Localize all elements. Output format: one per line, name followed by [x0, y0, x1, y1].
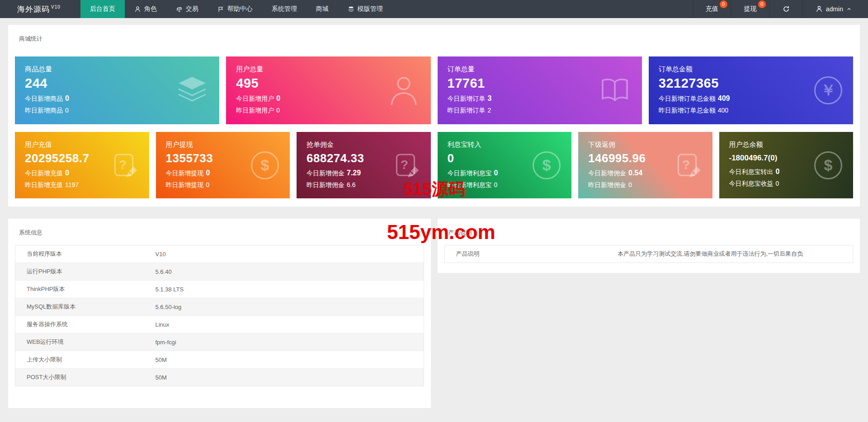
mall-stats-panel: 商城统计 商品总量 244 今日新增商品0 昨日新增商品0 用户总量 495 今…: [8, 25, 860, 206]
menu-label: 后台首页: [90, 5, 115, 13]
card-line-yesterday: 昨日新增订单总金额400: [659, 107, 853, 115]
card-line-yesterday: 昨日新增利息宝0: [448, 181, 572, 189]
chevron-up-icon: [846, 6, 852, 12]
card-line-yesterday: 昨日新增佣金0: [588, 181, 712, 189]
menu-label: 交易: [186, 5, 198, 13]
svg-text:?: ?: [118, 157, 126, 172]
menu-label: 系统管理: [272, 5, 297, 13]
menu-item-templates[interactable]: 模版管理: [338, 0, 392, 18]
card-line-yesterday: 昨日新增佣金6.6: [307, 181, 431, 189]
table-row: ThinkPHP版本5.1.38 LTS: [15, 281, 424, 298]
row-label: WEB运行环境: [15, 333, 144, 351]
product-info-panel: 产品说明 产品说明本产品只为学习测试交流,请勿要做商业或者用于违法行为,一切后果…: [438, 219, 860, 273]
card-title: 商品总量: [25, 65, 219, 74]
table-row: POST大小限制50M: [15, 369, 424, 386]
flag-icon: [217, 6, 224, 13]
row-label: 运行PHP版本: [15, 263, 144, 281]
refresh-icon: [783, 5, 790, 13]
menu-label: 模版管理: [358, 5, 383, 13]
card-line-yesterday: 昨日新增用户0: [236, 107, 430, 115]
menu-item-system[interactable]: 系统管理: [262, 0, 307, 18]
table-row: 产品说明本产品只为学习测试交流,请勿要做商业或者用于违法行为,一切后果自负: [444, 245, 853, 263]
stat-card-interest-in: 利息宝转入 0 今日新增利息宝0 昨日新增利息宝0 $: [438, 132, 572, 198]
dollar-circle-icon: $: [533, 151, 561, 179]
stats-row-2: 用户充值 20295258.7 今日新增充值0 昨日新增充值1197 ? 用户提…: [8, 132, 860, 198]
dollar-circle-icon: $: [814, 151, 842, 179]
admin-username: admin: [826, 5, 843, 13]
row-label: 产品说明: [444, 245, 573, 263]
system-info-title: 系统信息: [8, 219, 431, 244]
recharge-badge: 0: [720, 0, 727, 8]
card-title: 用户充值: [25, 141, 149, 149]
card-line-yesterday: 昨日新增商品0: [25, 107, 219, 115]
card-title: 订单总金额: [659, 65, 853, 74]
table-row: WEB运行环境fpm-fcgi: [15, 333, 424, 351]
row-value: 本产品只为学习测试交流,请勿要做商业或者用于违法行为,一切后果自负: [573, 245, 853, 263]
row-label: 当前程序版本: [15, 245, 144, 263]
stat-card-users-total: 用户总量 495 今日新增用户0 昨日新增用户0: [226, 56, 430, 124]
card-line-yesterday: 昨日新增订单2: [448, 107, 642, 115]
refresh-button[interactable]: [769, 0, 802, 18]
note-question-icon: ?: [391, 151, 420, 180]
stat-card-user-recharge: 用户充值 20295258.7 今日新增充值0 昨日新增充值1197 ?: [15, 132, 149, 198]
row-value: 5.6.40: [144, 263, 424, 281]
card-title: 用户总量: [236, 65, 430, 74]
table-row: 当前程序版本V10: [15, 245, 424, 263]
stats-panel-title: 商城统计: [8, 25, 860, 50]
yen-circle-icon: ￥: [814, 76, 842, 104]
row-label: ThinkPHP版本: [15, 281, 144, 298]
menu-label: 角色: [144, 5, 157, 13]
recharge-label: 充值: [706, 5, 718, 13]
system-info-table: 当前程序版本V10 运行PHP版本5.6.40 ThinkPHP版本5.1.38…: [15, 245, 424, 386]
stat-card-order-commission: 抢单佣金 688274.33 今日新增佣金7.29 昨日新增佣金6.6 ?: [297, 132, 431, 198]
menu-item-roles[interactable]: 角色: [125, 0, 166, 18]
app-version: V10: [51, 5, 61, 9]
row-value: 5.6.50-log: [144, 298, 424, 316]
row-label: MySQL数据库版本: [15, 298, 144, 316]
note-question-icon: ?: [673, 151, 702, 180]
stat-card-orders-total: 订单总量 17761 今日新增订单3 昨日新增订单2: [438, 56, 642, 124]
app-logo-text: 海外源码: [17, 4, 50, 14]
menu-label: 帮助中心: [227, 5, 253, 13]
stat-card-user-withdraw: 用户提现 1355733 今日新增提现0 昨日新增提现0 $: [156, 132, 290, 198]
bottom-panels: 系统信息 当前程序版本V10 运行PHP版本5.6.40 ThinkPHP版本5…: [8, 219, 860, 408]
card-line-yesterday: 今日利息宝收益0: [729, 180, 854, 188]
scales-icon: [176, 6, 183, 13]
row-value: 50M: [144, 369, 424, 386]
row-label: POST大小限制: [15, 369, 144, 386]
user-icon: [134, 6, 141, 13]
product-info-table: 产品说明本产品只为学习测试交流,请勿要做商业或者用于违法行为,一切后果自负: [444, 245, 854, 263]
menu-item-help-center[interactable]: 帮助中心: [208, 0, 262, 18]
card-line-yesterday: 昨日新增提现0: [166, 181, 290, 189]
table-row: 服务器操作系统Linux: [15, 316, 424, 333]
row-label: 上传大小限制: [15, 351, 144, 369]
system-info-panel: 系统信息 当前程序版本V10 运行PHP版本5.6.40 ThinkPHP版本5…: [8, 219, 431, 408]
row-value: V10: [144, 245, 424, 263]
withdraw-button[interactable]: 提现 0: [731, 0, 769, 18]
note-question-icon: ?: [109, 151, 138, 180]
main-content: 商城统计 商品总量 244 今日新增商品0 昨日新增商品0 用户总量 495 今…: [0, 18, 868, 408]
table-row: 上传大小限制50M: [15, 351, 424, 369]
layers-icon: [176, 74, 208, 107]
navbar-actions: 充值 0 提现 0 admin: [693, 0, 868, 18]
stack-icon: [348, 6, 354, 13]
stat-card-order-amount: 订单总金额 32127365 今日新增订单总金额409 昨日新增订单总金额400…: [649, 56, 853, 124]
menu-item-home[interactable]: 后台首页: [80, 0, 125, 18]
user-icon: [816, 5, 823, 13]
card-line-yesterday: 昨日新增充值1197: [25, 181, 149, 189]
stats-row-1: 商品总量 244 今日新增商品0 昨日新增商品0 用户总量 495 今日新增用户…: [8, 56, 860, 124]
recharge-button[interactable]: 充值 0: [693, 0, 731, 18]
top-navbar: 海外源码 V10 后台首页 角色 交易 帮助中心 系统管理 商城 模版管理: [0, 0, 868, 18]
table-row: MySQL数据库版本5.6.50-log: [15, 298, 424, 316]
card-title: 抢单佣金: [307, 141, 431, 149]
table-row: 运行PHP版本5.6.40: [15, 263, 424, 281]
menu-item-mall[interactable]: 商城: [307, 0, 338, 18]
row-value: fpm-fcgi: [144, 333, 424, 351]
menu-item-trade[interactable]: 交易: [166, 0, 208, 18]
row-label: 服务器操作系统: [15, 316, 144, 333]
stat-card-sub-rebate: 下级返佣 146995.96 今日新增佣金0.54 昨日新增佣金0 ?: [578, 132, 712, 198]
row-value: Linux: [144, 316, 424, 333]
admin-menu[interactable]: admin: [802, 0, 868, 18]
product-info-title: 产品说明: [438, 219, 860, 244]
card-title: 用户提现: [166, 141, 290, 149]
